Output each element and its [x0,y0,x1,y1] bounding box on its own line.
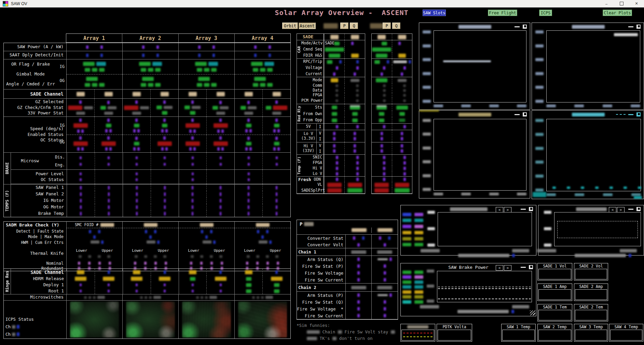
app-icon [3,1,8,6]
restore-icon[interactable] [529,265,533,269]
telemetry-cell [344,117,365,123]
telemetry-cell [179,153,235,169]
plot-page-next-button[interactable]: > [617,207,625,212]
plot-page-next-button[interactable]: > [504,265,511,271]
maximize-button[interactable] [614,0,629,7]
p-button-2[interactable]: P [383,23,391,29]
table-row: Brake Temp [11,210,290,217]
telemetry-cell [123,99,178,116]
value-box-sade-2-tem: SADE 2 Tem [574,304,608,321]
value-box-sade-1-tem: SADE 1 Tem [537,304,572,321]
telemetry-cell [392,40,412,46]
table-row: SAW Power (A / kW) [4,43,290,51]
p-button-1[interactable]: P [340,23,348,29]
restore-icon[interactable] [529,207,533,211]
plot-page-prev-button[interactable]: < [496,265,503,271]
telemetry-cell [67,276,123,282]
close-button[interactable]: ✕ [629,0,644,7]
minimize-button[interactable]: – [599,0,614,7]
sadm-brake-check-table: SADM Brake Check (Y)SMC FOID #Detect | F… [3,221,291,271]
side-label: Red Rly [297,104,301,123]
orbit-tab[interactable]: Orbit [282,23,298,29]
minimize-icon[interactable] [628,114,633,115]
telemetry-cell [324,65,344,71]
minimize-icon[interactable] [628,209,633,210]
telemetry-cell [179,294,234,300]
telemetry-cell [344,142,365,154]
plot-page-next-button[interactable]: > [504,207,511,212]
telemetry-cell [235,51,290,59]
telemetry-cell [179,197,235,204]
telemetry-cell [372,182,392,188]
telemetry-cell [344,71,365,77]
telemetry-cell [123,191,179,197]
column-header: Array 2 [122,34,178,42]
telemetry-cell [67,51,122,59]
saw-slots-button[interactable]: SAW Slots [423,10,446,16]
resize-handle[interactable] [530,310,535,315]
table-row: GZ SelectedGZ Check/Cnfm Stat33V Power S… [4,99,290,117]
value-box-title: SADE 1 Vol [538,263,572,269]
telemetry-cell [179,51,234,59]
telemetry-cell [346,242,371,248]
telemetry-cell [344,177,365,182]
minimize-icon[interactable] [515,26,520,27]
table-row: Fire Sw Current [297,276,398,284]
telemetry-cell [344,53,365,58]
clear-plots-button[interactable]: Clear Plots [603,10,632,16]
restore-icon[interactable] [523,25,527,29]
telemetry-cell [123,117,178,135]
telemetry-cell [372,305,398,312]
telemetry-cell [324,53,344,58]
telemetry-cell [324,77,344,83]
plot-page-prev-button[interactable]: < [496,207,503,212]
telemetry-cell [392,83,412,88]
ascent-tab[interactable]: Ascent [299,23,316,29]
value-box-saw-4-temp: SAW 4 Temp [609,324,643,342]
telemetry-cell [324,160,344,166]
icps-channel-row: Ch [5,324,34,329]
telemetry-cell [123,51,178,59]
telemetry-cell [235,74,290,89]
telemetry-cell [372,46,392,53]
telemetry-cell [392,155,412,160]
telemetry-cell [372,171,392,176]
minimize-icon[interactable] [515,114,520,115]
telemetry-cell [344,59,365,65]
telemetry-cell [235,153,290,169]
telemetry-cell [392,171,412,176]
minimize-icon[interactable] [521,267,526,268]
restore-icon[interactable] [636,112,641,116]
restore-icon[interactable] [636,25,641,29]
restore-icon[interactable] [523,112,527,116]
telemetry-cell [123,153,179,169]
telemetry-cell [344,171,365,176]
telemetry-cell [179,59,234,74]
q-button-1[interactable]: Q [350,23,358,29]
telemetry-cell [324,171,344,176]
q-button-2[interactable]: Q [392,23,400,29]
minimize-icon[interactable] [521,209,526,210]
telemetry-cell [344,83,365,88]
restore-icon[interactable] [636,207,641,211]
telemetry-cell [324,130,344,142]
telemetry-cell [179,170,235,184]
telemetry-cell [123,43,178,51]
table-row: Chain 1 [297,248,398,256]
table-row: SAAT Dply Detect/Init [4,51,290,59]
telemetry-cell [123,210,179,217]
telemetry-cell [179,135,234,153]
telemetry-cell [324,117,344,123]
table-row: Fire Sw Stat (P) [297,263,398,270]
telemetry-cell [372,160,392,166]
table-row: Arm Status (Q) [297,256,398,263]
icps-button[interactable]: ICPS [539,10,552,16]
minimize-icon[interactable] [628,26,633,27]
free-flight-button[interactable]: Free Flight [488,10,517,16]
telemetry-cell [235,282,290,288]
plot-page-prev-button[interactable]: < [609,207,616,212]
icps-status-block: ICPS Status Ch Ch [5,317,34,337]
microswitch-image [126,302,175,337]
plot-top-right [532,23,644,110]
telemetry-cell [123,59,178,74]
